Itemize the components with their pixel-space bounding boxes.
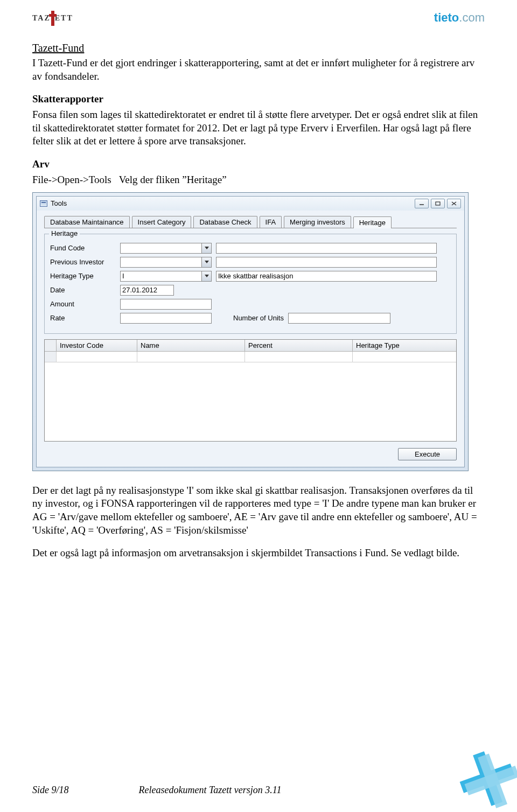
units-input[interactable] (288, 313, 390, 324)
col-percent[interactable]: Percent (245, 340, 353, 351)
groupbox-title: Heritage (49, 229, 80, 237)
close-button[interactable] (447, 199, 461, 208)
tieto-logo: tieto.com (434, 11, 485, 25)
label-amount: Amount (50, 300, 120, 308)
section-title: Tazett-Fund (32, 42, 485, 54)
window-title: Tools (51, 199, 67, 207)
tieto-corner-icon (452, 747, 517, 812)
tools-window: Tools Database Maintainance Insert Categ… (32, 192, 469, 471)
skatt-body: Fonsa filen som lages til skattedirektor… (32, 108, 485, 148)
footer-doc: Releasedokument Tazett versjon 3.11 (139, 785, 282, 796)
tazett-logo: TAZETT (32, 11, 73, 26)
maximize-icon (435, 201, 441, 206)
heritage-group: Heritage Fund Code Previous Investor (44, 234, 457, 334)
label-rate: Rate (50, 314, 120, 322)
heritage-type-combo[interactable]: I (120, 271, 212, 282)
label-fund-code: Fund Code (50, 244, 120, 252)
chevron-down-icon (201, 257, 211, 267)
footer-page: Side 9/18 (32, 785, 69, 796)
col-name[interactable]: Name (137, 340, 245, 351)
tab-ifa[interactable]: IFA (260, 216, 282, 228)
cross-icon (51, 11, 54, 26)
window-titlebar: Tools (37, 197, 464, 211)
col-investor-code[interactable]: Investor Code (57, 340, 137, 351)
arv-instruction: File->Open->Tools Velg der fliken ”Herit… (32, 173, 485, 187)
skatt-heading: Skatterapporter (32, 93, 485, 106)
amount-input[interactable] (120, 299, 212, 310)
date-input[interactable]: 27.01.2012 (120, 285, 174, 296)
tab-bar: Database Maintainance Insert Category Da… (37, 211, 464, 228)
tab-heritage[interactable]: Heritage (353, 216, 392, 228)
label-heritage-type: Heritage Type (50, 272, 120, 280)
heritage-grid[interactable]: Investor Code Name Percent Heritage Type (44, 339, 457, 442)
chevron-down-icon (201, 271, 211, 281)
after-paragraph-1: Der er det lagt på ny realisasjonstype '… (32, 484, 485, 537)
chevron-down-icon (201, 243, 211, 253)
tab-db-maint[interactable]: Database Maintainance (44, 216, 130, 228)
rate-input[interactable] (120, 313, 212, 324)
label-date: Date (50, 286, 120, 294)
grid-row[interactable] (45, 352, 456, 362)
heritage-type-display: Ikke skattbar realisasjon (216, 271, 437, 282)
arv-heading: Arv (32, 158, 485, 171)
svg-rect-1 (436, 202, 440, 205)
close-icon (451, 201, 457, 206)
minimize-button[interactable] (415, 199, 429, 208)
col-heritage-type[interactable]: Heritage Type (353, 340, 456, 351)
after-paragraph-2: Det er også lagt på informasjon om arvet… (32, 547, 485, 560)
form-icon (40, 200, 47, 207)
tab-insert-category[interactable]: Insert Category (132, 216, 192, 228)
label-prev-investor: Previous Investor (50, 258, 120, 266)
maximize-button[interactable] (431, 199, 445, 208)
prev-investor-display[interactable] (216, 257, 437, 268)
prev-investor-combo[interactable] (120, 257, 212, 268)
fund-code-combo[interactable] (120, 243, 212, 254)
execute-button[interactable]: Execute (398, 448, 457, 460)
tab-db-check[interactable]: Database Check (193, 216, 257, 228)
grid-corner (45, 340, 57, 351)
fund-code-display[interactable] (216, 243, 437, 254)
intro-paragraph: I Tazett-Fund er det gjort endringer i s… (32, 57, 485, 83)
minimize-icon (419, 201, 424, 206)
label-units: Number of Units (233, 314, 284, 322)
tab-merging[interactable]: Merging investors (284, 216, 351, 228)
